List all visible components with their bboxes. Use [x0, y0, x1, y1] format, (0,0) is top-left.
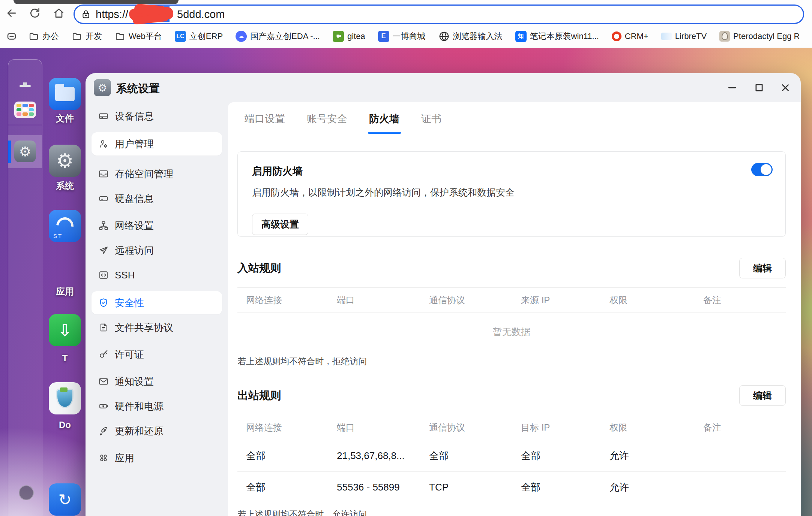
bookmark-yibo[interactable]: E 一博商城 [378, 31, 426, 42]
lirbretv-favicon [661, 33, 672, 40]
inbound-rules-section: 入站规则 编辑 网络连接 端口 通信协议 来源 IP 权限 备注 暂无数据 若上… [237, 258, 786, 367]
desktop-icon-label: Do [44, 420, 86, 430]
url-scheme: https:// [96, 8, 128, 21]
bookmark-gitea[interactable]: gitea [333, 31, 365, 42]
bookmark-jlc-eda[interactable]: ☁ 国产嘉立创EDA -... [236, 31, 320, 42]
tab-certificate[interactable]: 证书 [420, 107, 443, 134]
sidebar-item-license[interactable]: 许可证 [92, 346, 222, 363]
outbound-edit-button[interactable]: 编辑 [739, 385, 786, 406]
storage-icon [98, 169, 109, 179]
tab-firewall[interactable]: 防火墙 [368, 107, 401, 134]
maximize-icon [753, 82, 765, 93]
sidebar-item-ssh[interactable]: SSH [92, 266, 222, 284]
browser-toolbar: https:// 5ddd.com [0, 0, 812, 25]
sidebar-item-storage[interactable]: 存储空间管理 [92, 165, 222, 182]
crm-favicon [612, 31, 621, 41]
desktop-icon-system[interactable]: ⚙ [48, 145, 82, 177]
sidebar-item-disk-info[interactable]: 硬盘信息 [92, 190, 222, 207]
teacup-icon [335, 33, 342, 40]
close-icon [780, 82, 791, 93]
minimize-icon [726, 82, 738, 93]
bookmarks-bar: 办公 开发 Web平台 LC 立创ERP ☁ 国产嘉立创EDA -... git… [0, 25, 812, 48]
advanced-settings-button[interactable]: 高级设置 [252, 214, 308, 235]
desktop-icon-st[interactable]: ST [48, 210, 82, 242]
sidebar-item-apps[interactable]: 应用 [92, 449, 222, 467]
outbound-rules-title: 出站规则 [237, 388, 281, 403]
sidebar-item-update-restore[interactable]: 更新和还原 [92, 422, 222, 440]
app-grid-icon [14, 102, 36, 118]
home-button[interactable] [51, 5, 67, 21]
gear-icon: ⚙ [14, 141, 36, 162]
apps-grid-icon [98, 453, 109, 463]
dock-divider [8, 125, 42, 125]
tab-bar: 端口设置 账号安全 防火墙 证书 [228, 102, 801, 134]
gitea-favicon [333, 31, 344, 42]
active-tab-indicator [368, 132, 401, 134]
window-titlebar: ⚙ 系统设置 [86, 73, 801, 102]
bookmark-folder-web[interactable]: Web平台 [115, 31, 162, 42]
sidebar-item-notifications[interactable]: 通知设置 [92, 373, 222, 390]
dock-item-desktop[interactable] [8, 70, 42, 87]
bookmark-zhihu[interactable]: 知 笔记本原装win11... [515, 31, 599, 42]
sidebar-item-device-info[interactable]: 设备信息 [92, 108, 222, 125]
tab-port-settings[interactable]: 端口设置 [243, 107, 287, 134]
document-icon [98, 322, 109, 333]
desktop-icon-label: 文件 [44, 112, 86, 124]
user-gear-icon [98, 139, 109, 149]
paper-plane-icon [98, 245, 109, 256]
outbound-default-policy: 若上述规则均不符合时，允许访问 [237, 509, 786, 516]
inbound-table-header: 网络连接 端口 通信协议 来源 IP 权限 备注 [237, 287, 786, 313]
desktop-icon-files[interactable] [48, 78, 82, 110]
back-icon [5, 7, 18, 19]
dock-item-settings[interactable]: ⚙ [8, 141, 42, 162]
bookmark-lirbretv[interactable]: LirbreTV [661, 31, 707, 41]
minimize-button[interactable] [723, 80, 741, 96]
sidebar-item-security[interactable]: 安全性 [92, 291, 222, 314]
dock-bottom-button[interactable] [19, 485, 34, 500]
globe-icon [438, 31, 450, 42]
bookmark-pterodactyl[interactable]: Pterodactyl Egg R [719, 31, 800, 42]
firewall-card-title: 启用防火墙 [252, 165, 771, 178]
disk-icon [98, 193, 109, 204]
bookmark-lceda-erp[interactable]: LC 立创ERP [175, 31, 223, 42]
jlc-eda-favicon: ☁ [236, 31, 247, 42]
bookmarks-panel-button[interactable] [6, 31, 17, 42]
lock-icon [81, 9, 91, 19]
files-app-icon [49, 78, 81, 110]
bookmark-folder-office[interactable]: 办公 [29, 31, 59, 42]
sidebar-item-hardware-power[interactable]: 硬件和电源 [92, 398, 222, 415]
settings-gear-icon: ⚙ [94, 79, 111, 96]
bookmark-crm[interactable]: CRM+ [612, 31, 648, 41]
shield-check-icon [98, 298, 109, 308]
reload-icon [29, 7, 41, 19]
inbound-edit-button[interactable]: 编辑 [739, 258, 786, 278]
green-app-icon: ⇩ [49, 314, 81, 346]
bookmark-ime[interactable]: 浏览器输入法 [438, 31, 503, 42]
firewall-enable-card: 启用防火墙 启用防火墙，以限制计划之外的网络访问，保护系统和数据安全 高级设置 [237, 151, 786, 237]
desktop-icon-sync-app[interactable]: ↻ [48, 483, 82, 516]
url-bar[interactable]: https:// 5ddd.com [74, 4, 804, 24]
reload-button[interactable] [27, 5, 43, 21]
bookmark-folder-dev[interactable]: 开发 [72, 31, 102, 42]
close-button[interactable] [777, 80, 794, 96]
desktop-icon-green-app[interactable]: ⇩ [48, 314, 82, 346]
desktop-icon-security-app[interactable] [48, 382, 82, 414]
network-icon [98, 220, 109, 231]
sync-app-icon: ↻ [49, 483, 81, 516]
desktop-icon-label: T [44, 353, 86, 363]
tab-account-security[interactable]: 账号安全 [305, 107, 349, 134]
desktop-icon-label: 应用 [44, 286, 86, 298]
sidebar-item-file-sharing[interactable]: 文件共享协议 [92, 319, 222, 336]
maximize-button[interactable] [750, 80, 768, 96]
sidebar-item-user-management[interactable]: 用户管理 [92, 132, 222, 156]
back-button[interactable] [4, 5, 20, 21]
sidebar-item-network[interactable]: 网络设置 [92, 217, 222, 234]
yibo-favicon: E [378, 31, 389, 42]
outbound-rule-row: 全部 21,53,67,68,8... 全部 全部 允许 [237, 440, 786, 472]
screen: https:// 5ddd.com 办公 开发 Web平台 [0, 0, 812, 516]
sidebar-item-remote-access[interactable]: 远程访问 [92, 242, 222, 259]
inbound-rules-title: 入站规则 [237, 261, 281, 276]
firewall-toggle[interactable] [751, 163, 773, 176]
dock-item-app-launcher[interactable] [8, 102, 42, 118]
inbound-default-policy: 若上述规则均不符合时，拒绝访问 [237, 356, 786, 367]
